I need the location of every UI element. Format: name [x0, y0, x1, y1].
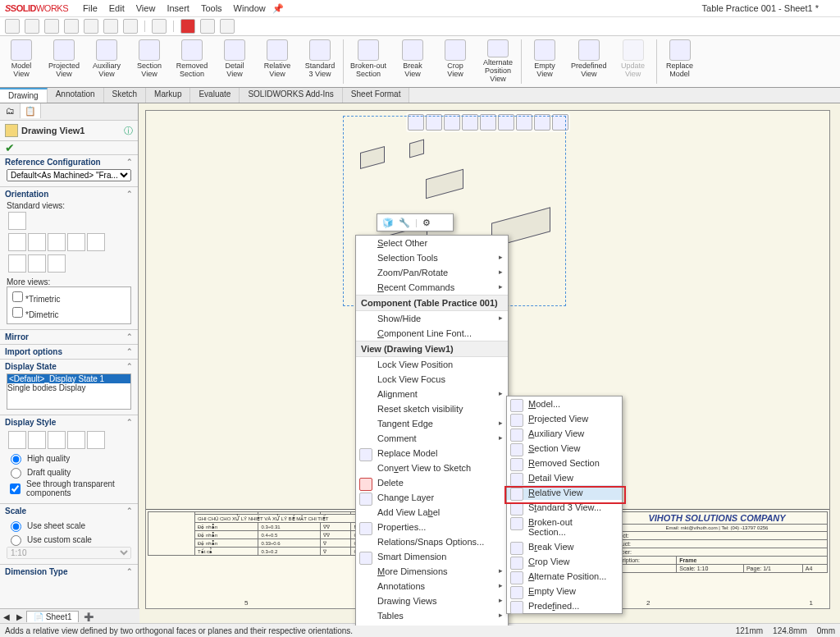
view-iso-btn[interactable]: [8, 254, 26, 273]
view-front-btn[interactable]: [8, 212, 26, 230]
ok-button[interactable]: ✔: [0, 141, 138, 154]
dimtype-header[interactable]: Dimension Type: [5, 567, 133, 576]
view-trim-btn[interactable]: [48, 254, 66, 273]
subctx-break-view[interactable]: Break View: [507, 539, 622, 554]
dq-radio[interactable]: [11, 468, 21, 479]
ctx-reset-sketch-visibility[interactable]: Reset sketch visibility: [356, 401, 508, 416]
select-icon[interactable]: [152, 19, 167, 34]
options-icon[interactable]: [200, 19, 215, 34]
ribbon-section[interactable]: SectionView: [128, 36, 171, 87]
import-header[interactable]: Import options: [5, 347, 133, 356]
hq-radio[interactable]: [11, 454, 21, 465]
ribbon-alternate[interactable]: AlternatePositionView: [477, 36, 519, 87]
refcfg-select[interactable]: Default<As Machined> "Fra...: [7, 169, 131, 181]
tab-sheet-format[interactable]: Sheet Format: [343, 88, 410, 103]
home-icon[interactable]: [5, 19, 20, 34]
menu-file[interactable]: File: [83, 3, 98, 13]
ctx-style-icon[interactable]: 🧊: [382, 218, 394, 228]
ctx-drawing-views[interactable]: Drawing Views: [356, 593, 508, 608]
menu-insert[interactable]: Insert: [167, 3, 189, 13]
refcfg-header[interactable]: Reference Configuration: [5, 158, 133, 167]
menu-edit[interactable]: Edit: [109, 3, 125, 13]
ctx-zoom-pan-rotate[interactable]: Zoom/Pan/Rotate: [356, 265, 508, 280]
ctx-alignment[interactable]: Alignment: [356, 387, 508, 401]
ctx-smart-dimension[interactable]: Smart Dimension: [356, 549, 508, 564]
sheet-scale-radio[interactable]: [11, 521, 21, 532]
ribbon-standard[interactable]: Standard3 View: [299, 36, 341, 87]
ctx-more-icon[interactable]: ⚙: [422, 218, 431, 228]
subctx-predefined-[interactable]: Predefined...: [507, 598, 622, 613]
subctx-alternate-position-[interactable]: Alternate Position...: [507, 569, 622, 584]
redo-icon[interactable]: [123, 19, 138, 34]
ribbon-auxiliary[interactable]: AuxiliaryView: [85, 36, 128, 87]
more-views-list[interactable]: *Trimetric *Dimetric: [7, 286, 131, 324]
ribbon-update[interactable]: UpdateView: [612, 36, 655, 87]
shaded-edges-btn[interactable]: [67, 431, 85, 449]
new-icon[interactable]: [25, 19, 39, 34]
ribbon-relative[interactable]: RelativeView: [256, 36, 299, 87]
ctx-delete[interactable]: Delete: [356, 475, 508, 490]
print-icon[interactable]: [84, 19, 98, 34]
subctx-removed-section[interactable]: Removed Section: [507, 456, 622, 470]
subctx-relative-view[interactable]: Relative View: [507, 485, 622, 500]
subctx-auxiliary-view[interactable]: Auxiliary View: [507, 426, 622, 441]
subctx-projected-view[interactable]: Projected View: [507, 411, 622, 426]
ctx-convert-view-to-sketch[interactable]: Convert View to Sketch: [356, 461, 508, 475]
open-icon[interactable]: [44, 19, 59, 34]
tab-annotation[interactable]: Annotation: [48, 88, 104, 103]
ctx-replace-model[interactable]: Replace Model: [356, 446, 508, 461]
ribbon-break[interactable]: BreakView: [391, 36, 434, 87]
transparent-check[interactable]: [10, 483, 21, 494]
tab-drawing[interactable]: Drawing: [0, 88, 48, 103]
rebuild-error-icon[interactable]: [180, 19, 195, 34]
orientation-header[interactable]: Orientation: [5, 190, 133, 199]
ctx-selection-tools[interactable]: Selection Tools: [356, 250, 508, 265]
ctx-annotations[interactable]: Annotations: [356, 579, 508, 593]
help-icon[interactable]: ⓘ: [124, 125, 133, 137]
ribbon-model[interactable]: ModelView: [0, 36, 43, 87]
ctx-component-line-font-[interactable]: Component Line Font...: [356, 326, 508, 341]
view-bottom-btn[interactable]: [87, 233, 105, 251]
tab-sketch[interactable]: Sketch: [104, 88, 147, 103]
ctx-lock-view-focus[interactable]: Lock View Focus: [356, 372, 508, 387]
ribbon-detail[interactable]: DetailView: [213, 36, 256, 87]
settings-icon[interactable]: [220, 19, 235, 34]
trimetric-check[interactable]: [12, 291, 23, 302]
ctx-comment[interactable]: Comment: [356, 431, 508, 446]
view-top-btn[interactable]: [8, 233, 26, 251]
ribbon-replace[interactable]: ReplaceModel: [659, 36, 701, 87]
menu-pin-icon[interactable]: 📌: [272, 3, 284, 14]
mirror-header[interactable]: Mirror: [5, 332, 133, 341]
view-dim-btn[interactable]: [28, 254, 46, 273]
undo-icon[interactable]: [103, 19, 118, 34]
dstate-header[interactable]: Display State: [5, 362, 133, 371]
subctx-detail-view[interactable]: Detail View: [507, 470, 622, 485]
ctx-more-dimensions[interactable]: More Dimensions: [356, 564, 508, 579]
view-right-btn[interactable]: [48, 233, 66, 251]
ctx-show-hide[interactable]: Show/Hide: [356, 311, 508, 326]
hlv-btn[interactable]: [48, 431, 66, 449]
custom-scale-radio[interactable]: [11, 535, 21, 546]
view-left-btn[interactable]: [28, 233, 46, 251]
drawing-canvas[interactable]: VIHOTH SOLUTIONS COMPANY Email: mkt@viho…: [139, 103, 840, 626]
menu-view[interactable]: View: [136, 3, 156, 13]
display-state-list[interactable]: <Default>_Display State 1 Single bodies …: [7, 373, 131, 410]
wireframe-btn[interactable]: [8, 431, 26, 449]
subctx-standard-view-[interactable]: Standard 3 View...: [507, 500, 622, 515]
subctx-crop-view[interactable]: Crop View: [507, 554, 622, 569]
hlr-btn[interactable]: [28, 431, 46, 449]
subctx-section-view[interactable]: Section View: [507, 441, 622, 456]
ctx-lock-view-position[interactable]: Lock View Position: [356, 357, 508, 372]
ribbon-broken-out[interactable]: Broken-outSection: [345, 36, 391, 87]
dstyle-header[interactable]: Display Style: [5, 418, 133, 427]
tab-solidworks-add-ins[interactable]: SOLIDWORKS Add-Ins: [240, 88, 342, 103]
sheet1-tab[interactable]: 📄 Sheet1: [26, 611, 79, 622]
dimetric-check[interactable]: [12, 307, 23, 318]
ctx-relations-snaps-options-[interactable]: Relations/Snaps Options...: [356, 534, 508, 549]
ctx-change-layer[interactable]: Change Layer: [356, 490, 508, 505]
shaded-btn[interactable]: [87, 431, 105, 449]
subctx-broken-out-section-[interactable]: Broken-out Section...: [507, 515, 622, 539]
menu-tools[interactable]: Tools: [201, 3, 222, 13]
ribbon-projected[interactable]: ProjectedView: [43, 36, 85, 87]
ctx-select-other[interactable]: Select Other: [356, 236, 508, 250]
